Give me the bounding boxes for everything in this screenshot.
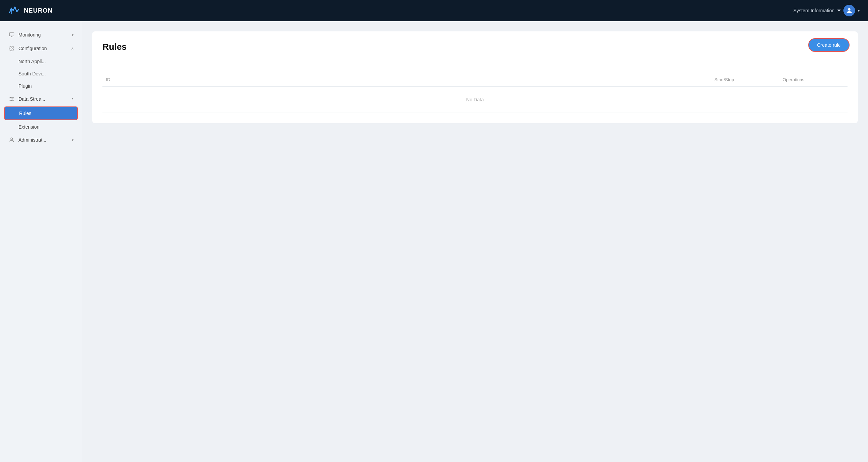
svg-point-7 (12, 99, 12, 99)
sidebar-item-monitoring-label: Monitoring (18, 32, 68, 38)
user-icon (846, 8, 852, 14)
sidebar-item-data-stream[interactable]: Data Strea... ∧ (0, 92, 82, 106)
app-layout: Monitoring ▾ Configuration ∧ North Appli… (0, 21, 868, 462)
table-header: ID Start/Stop Operations (102, 73, 848, 87)
sidebar-item-rules-label: Rules (19, 111, 31, 116)
sidebar-item-plugin[interactable]: Plugin (0, 80, 82, 92)
svg-point-9 (11, 138, 12, 140)
sidebar-item-south-devi-label: South Devi... (18, 71, 46, 76)
avatar[interactable] (843, 5, 855, 16)
logo: NEURON (8, 4, 53, 17)
page-title: Rules (102, 42, 848, 52)
rules-card: Rules ① Create rule ID Start/Stop Operat… (92, 31, 858, 123)
monitor-icon (8, 32, 15, 38)
table-header-start-stop: Start/Stop (711, 77, 779, 82)
sidebar-item-rules[interactable]: Rules (4, 106, 78, 120)
sidebar-item-data-stream-label: Data Strea... (18, 96, 68, 102)
svg-point-6 (10, 97, 11, 98)
system-info-chevron-icon (837, 10, 841, 12)
sidebar-item-north-appli-label: North Appli... (18, 59, 46, 64)
sidebar-item-monitoring[interactable]: Monitoring ▾ (0, 28, 82, 42)
logo-text: NEURON (24, 7, 53, 14)
sidebar-item-south-devi[interactable]: South Devi... (0, 68, 82, 80)
main-content: Rules ① Create rule ID Start/Stop Operat… (82, 21, 868, 462)
system-info-button[interactable]: System Information (793, 8, 841, 13)
header-account-chevron-icon[interactable]: ▾ (858, 8, 860, 13)
sidebar-item-administration[interactable]: Administrat... ▾ (0, 133, 82, 147)
sidebar-configuration-chevron-icon: ∧ (71, 46, 74, 51)
admin-icon (8, 137, 15, 143)
config-icon (8, 46, 15, 51)
sidebar-item-north-appli[interactable]: North Appli... (0, 55, 82, 68)
table-header-operations: Operations (779, 77, 848, 82)
svg-rect-1 (9, 33, 14, 36)
data-stream-icon (8, 96, 15, 102)
sidebar-item-plugin-label: Plugin (18, 83, 32, 89)
sidebar-item-configuration-label: Configuration (18, 46, 68, 51)
sidebar-administration-chevron-icon: ▾ (72, 138, 74, 142)
header: NEURON System Information ▾ (0, 0, 868, 21)
table-header-id: ID (102, 77, 711, 82)
create-rule-button[interactable]: Create rule (808, 38, 850, 52)
sidebar-item-extension[interactable]: Extension (0, 121, 82, 133)
table-empty-message: No Data (102, 87, 848, 113)
svg-point-2 (11, 48, 12, 49)
sidebar-data-stream-chevron-icon: ∧ (71, 97, 74, 101)
neuron-logo-icon (8, 4, 20, 17)
system-info-label: System Information (793, 8, 835, 13)
sidebar-monitoring-chevron-icon: ▾ (72, 33, 74, 37)
sidebar-item-administration-label: Administrat... (18, 137, 68, 143)
sidebar-item-extension-label: Extension (18, 124, 39, 130)
svg-point-8 (11, 100, 12, 101)
sidebar: Monitoring ▾ Configuration ∧ North Appli… (0, 21, 82, 462)
header-right: System Information ▾ (793, 5, 860, 16)
sidebar-item-configuration[interactable]: Configuration ∧ (0, 42, 82, 55)
